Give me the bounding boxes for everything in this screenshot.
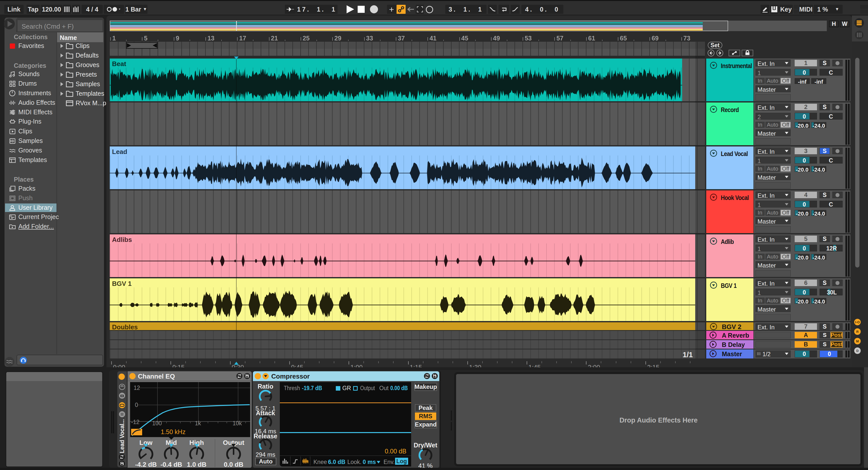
svg-text:-12: -12 bbox=[131, 419, 140, 425]
svg-text:I-O: I-O bbox=[855, 320, 860, 324]
svg-text:0: 0 bbox=[135, 402, 138, 408]
svg-text:M: M bbox=[856, 339, 859, 343]
svg-text:1.50 kHz: 1.50 kHz bbox=[161, 428, 186, 435]
svg-text:10k: 10k bbox=[232, 420, 242, 427]
svg-text:D: D bbox=[856, 349, 859, 353]
svg-text:12: 12 bbox=[134, 384, 140, 391]
svg-text:R: R bbox=[856, 330, 859, 334]
svg-text:100: 100 bbox=[152, 420, 162, 427]
svg-text:1k: 1k bbox=[195, 420, 201, 427]
